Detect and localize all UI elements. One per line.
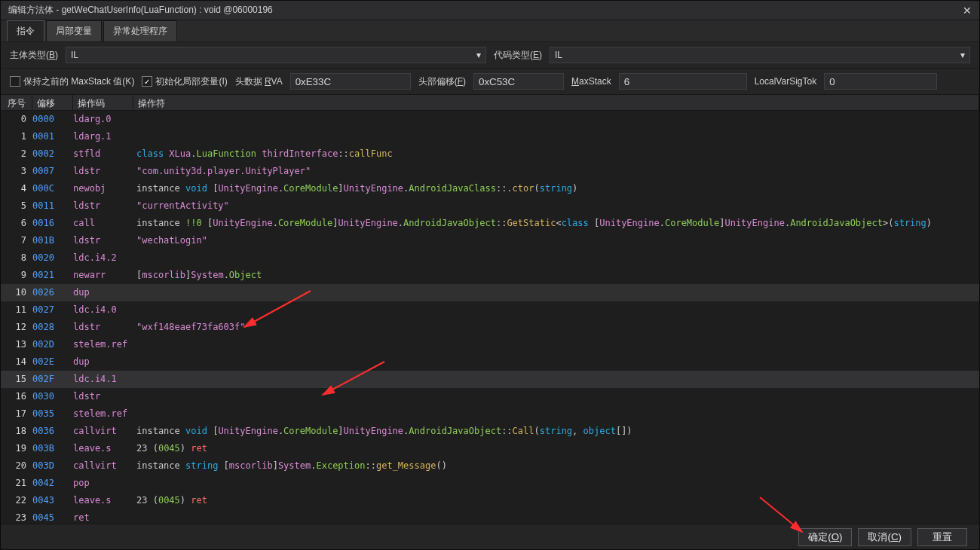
cell-opcode: dup <box>73 287 133 298</box>
cell-opcode: stfld <box>73 148 133 159</box>
cell-index: 6 <box>1 218 32 228</box>
title-bar: 编辑方法体 - getWeChatUserInfo(LuaFunction) :… <box>1 1 979 20</box>
tab-exceptions[interactable]: 异常处理程序 <box>103 20 177 41</box>
cell-offset: 0007 <box>32 166 73 176</box>
table-row[interactable]: 100026dup <box>1 284 979 301</box>
cell-opcode: call <box>73 218 133 228</box>
table-row[interactable]: 10001ldarg.1 <box>1 128 979 145</box>
cell-opcode: newarr <box>73 270 133 280</box>
table-row[interactable]: 60016callinstance !!0 [UnityEngine.CoreM… <box>1 215 979 232</box>
col-index[interactable]: 序号 <box>1 95 32 110</box>
col-offset[interactable]: 偏移 <box>32 95 73 110</box>
table-row[interactable]: 30007ldstr"com.unity3d.player.UnityPlaye… <box>1 163 979 180</box>
cell-opcode: stelem.ref <box>73 339 133 350</box>
cell-index: 11 <box>1 304 32 315</box>
checkbox-checked-icon: ✓ <box>142 76 152 87</box>
window-title: 编辑方法体 - getWeChatUserInfo(LuaFunction) :… <box>5 4 273 17</box>
table-row[interactable]: 4000Cnewobjinstance void [UnityEngine.Co… <box>1 180 979 197</box>
tab-instructions[interactable]: 指令 <box>7 20 44 41</box>
cell-offset: 000C <box>32 183 73 194</box>
cell-operand: 23 (0045) ret <box>133 443 979 454</box>
table-row[interactable]: 170035stelem.ref <box>1 405 979 423</box>
maxstack-label: MaxStack <box>571 76 611 87</box>
header-rva-input[interactable] <box>290 73 411 90</box>
cell-operand: 23 (0045) ret <box>133 495 979 506</box>
close-icon[interactable]: ✕ <box>960 5 975 17</box>
table-row[interactable]: 160030ldstr <box>1 388 979 405</box>
code-type-select[interactable]: IL▾ <box>550 47 970 63</box>
table-row[interactable]: 20002stfldclass XLua.LuaFunction thirdIn… <box>1 145 979 163</box>
keep-maxstack-check[interactable]: 保持之前的 MaxStack 值(K) <box>10 75 134 88</box>
cell-opcode: ldarg.1 <box>73 131 133 142</box>
code-type-label: 代码类型(E) <box>494 49 542 62</box>
cell-offset: 003D <box>32 460 73 471</box>
cell-operand: instance void [UnityEngine.CoreModule]Un… <box>133 183 979 194</box>
cell-index: 1 <box>1 131 32 142</box>
cell-opcode: ldc.i4.2 <box>73 252 133 263</box>
cell-offset: 002E <box>32 356 73 367</box>
main-type-label: 主体类型(B) <box>10 49 58 62</box>
cell-offset: 0036 <box>32 426 73 436</box>
cancel-button[interactable]: 取消(C) <box>858 528 911 546</box>
tab-strip: 指令 局部变量 异常处理程序 <box>1 20 979 41</box>
main-type-select[interactable]: IL▾ <box>66 47 486 63</box>
cell-opcode: callvirt <box>73 460 133 471</box>
cell-offset: 0035 <box>32 408 73 419</box>
table-row[interactable]: 210042pop <box>1 475 979 492</box>
table-row[interactable]: 13002Dstelem.ref <box>1 336 979 353</box>
cell-opcode: ldstr <box>73 166 133 176</box>
chevron-down-icon: ▾ <box>960 50 965 60</box>
header-offset-input[interactable] <box>473 73 564 90</box>
col-operand[interactable]: 操作符 <box>133 95 979 110</box>
cell-offset: 0028 <box>32 322 73 332</box>
cell-operand: instance !!0 [UnityEngine.CoreModule]Uni… <box>133 218 979 228</box>
table-row[interactable]: 15002Fldc.i4.1 <box>1 371 979 388</box>
reset-button[interactable]: 重置 <box>917 528 967 546</box>
ok-button[interactable]: 确定(O) <box>798 528 852 546</box>
localvarsig-input[interactable] <box>824 73 937 90</box>
table-row[interactable]: 230045ret <box>1 509 979 524</box>
cell-operand: instance void [UnityEngine.CoreModule]Un… <box>133 426 979 436</box>
cell-index: 0 <box>1 114 32 124</box>
tab-locals[interactable]: 局部变量 <box>46 20 102 41</box>
cell-index: 16 <box>1 391 32 402</box>
table-row[interactable]: 7001Bldstr"wechatLogin" <box>1 232 979 249</box>
cell-index: 2 <box>1 148 32 159</box>
table-row[interactable]: 120028ldstr"wxf148eaef73fa603f" <box>1 319 979 336</box>
maxstack-input[interactable] <box>619 73 747 90</box>
dialog-footer: 确定(O) 取消(C) 重置 <box>1 524 979 549</box>
table-row[interactable]: 90021newarr[mscorlib]System.Object <box>1 267 979 284</box>
checkbox-icon <box>10 76 20 87</box>
header-rva-label: 头数据 RVA <box>235 75 283 88</box>
cell-offset: 0021 <box>32 270 73 280</box>
cell-operand: [mscorlib]System.Object <box>133 270 979 280</box>
table-row[interactable]: 110027ldc.i4.0 <box>1 301 979 319</box>
cell-index: 17 <box>1 408 32 419</box>
cell-opcode: pop <box>73 478 133 488</box>
cell-index: 10 <box>1 287 32 298</box>
table-row[interactable]: 80020ldc.i4.2 <box>1 249 979 267</box>
cell-offset: 002D <box>32 339 73 350</box>
table-row[interactable]: 20003Dcallvirtinstance string [mscorlib]… <box>1 457 979 475</box>
cell-offset: 0020 <box>32 252 73 263</box>
cell-offset: 001B <box>32 235 73 246</box>
cell-index: 21 <box>1 478 32 488</box>
col-opcode[interactable]: 操作码 <box>73 95 133 110</box>
table-row[interactable]: 00000ldarg.0 <box>1 111 979 128</box>
table-row[interactable]: 220043leave.s23 (0045) ret <box>1 492 979 509</box>
cell-offset: 0042 <box>32 478 73 488</box>
cell-opcode: leave.s <box>73 443 133 454</box>
cell-index: 18 <box>1 426 32 436</box>
cell-offset: 0002 <box>32 148 73 159</box>
table-header: 序号 偏移 操作码 操作符 <box>1 94 979 111</box>
table-row[interactable]: 14002Edup <box>1 353 979 371</box>
table-row[interactable]: 19003Bleave.s23 (0045) ret <box>1 440 979 457</box>
table-row[interactable]: 50011ldstr"currentActivity" <box>1 197 979 215</box>
cell-opcode: stelem.ref <box>73 408 133 419</box>
dialog-window: 编辑方法体 - getWeChatUserInfo(LuaFunction) :… <box>0 0 980 550</box>
cell-operand: "currentActivity" <box>133 200 979 211</box>
init-locals-check[interactable]: ✓ 初始化局部变量(I) <box>142 75 227 88</box>
cell-opcode: ldc.i4.0 <box>73 304 133 315</box>
cell-operand: class XLua.LuaFunction thirdInterface::c… <box>133 148 979 159</box>
table-row[interactable]: 180036callvirtinstance void [UnityEngine… <box>1 423 979 440</box>
